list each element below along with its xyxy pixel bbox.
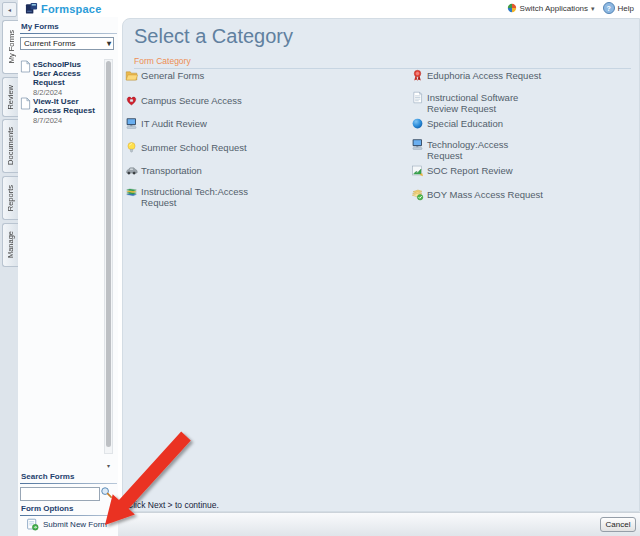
category-campus-secure-access[interactable]: Campus Secure Access [125, 95, 242, 107]
divider [20, 515, 117, 516]
app-logo: Formspace [25, 2, 102, 15]
help-label: Help [618, 4, 634, 13]
search-forms-title: Search Forms [21, 472, 74, 481]
tab-manage[interactable]: Manage [2, 223, 18, 267]
next-hint-text: Click Next > to continue. [127, 500, 219, 510]
heart-lock-icon [125, 94, 138, 107]
footer-bar: Cancel [118, 512, 640, 536]
category-instructional-software-review[interactable]: Instructional Software Review Request [411, 92, 518, 114]
submit-form-icon [26, 518, 39, 531]
help-icon [603, 2, 615, 14]
help-link[interactable]: Help [603, 2, 634, 14]
page-title: Select a Category [134, 25, 293, 48]
my-forms-panel: My Forms Current Forms eSchoolPlus User … [18, 17, 118, 536]
category-eduphoria-access-request[interactable]: Eduphoria Access Request [411, 70, 541, 82]
form-title: View-It User Access Request [33, 97, 97, 115]
category-soc-report-review[interactable]: SOC Report Review [411, 165, 513, 177]
monitor-icon [411, 138, 424, 151]
my-forms-panel-title: My Forms [21, 22, 59, 31]
module-tabstrip: My Forms Review Documents Reports Manage [0, 0, 18, 536]
blue-sphere-icon [411, 117, 424, 130]
search-input[interactable] [20, 487, 100, 501]
lightbulb-icon [125, 141, 138, 154]
tab-my-forms[interactable]: My Forms [2, 20, 19, 74]
document-icon [411, 91, 424, 104]
form-document-icon [20, 60, 31, 97]
category-transportation[interactable]: Transportation [125, 165, 202, 177]
category-instructional-tech-access[interactable]: Instructional Tech:Access Request [125, 186, 248, 208]
form-title: eSchoolPlus User Access Request [33, 60, 97, 87]
switch-applications-icon [507, 3, 517, 13]
category-boy-mass-access-request[interactable]: BOY Mass Access Request [411, 189, 543, 201]
divider [20, 483, 117, 484]
cancel-button[interactable]: Cancel [600, 517, 636, 532]
tab-documents[interactable]: Documents [2, 119, 18, 173]
folder-icon [125, 69, 138, 82]
divider [134, 68, 631, 69]
form-date: 8/2/2024 [33, 88, 97, 97]
folder-check-icon [411, 188, 424, 201]
category-general-forms[interactable]: General Forms [125, 70, 204, 82]
chevron-down-icon [107, 39, 111, 48]
forms-filter-select[interactable]: Current Forms [20, 37, 114, 50]
form-category-label: Form Category [134, 56, 191, 66]
tab-reports[interactable]: Reports [2, 176, 18, 220]
monitor-icon [125, 117, 138, 130]
divider [20, 33, 117, 34]
category-technology-access-request[interactable]: Technology:Access Request [411, 139, 508, 161]
form-options-title: Form Options [21, 504, 73, 513]
chart-icon [411, 164, 424, 177]
scrollbar-thumb[interactable] [106, 61, 111, 447]
tab-review[interactable]: Review [2, 77, 18, 117]
category-panel: Select a Category Form Category General … [122, 18, 640, 512]
submit-new-form-label: Submit New Form [43, 520, 107, 529]
submit-new-form-button[interactable]: Submit New Form [26, 518, 107, 531]
scroll-down-icon[interactable] [105, 462, 112, 469]
formspace-logo-icon [25, 2, 38, 15]
app-title: Formspace [41, 3, 102, 15]
award-ribbon-icon [411, 69, 424, 82]
form-document-icon [20, 97, 31, 125]
category-summer-school-request[interactable]: Summer School Request [125, 142, 247, 154]
search-icon[interactable] [100, 486, 113, 499]
category-special-education[interactable]: Special Education [411, 118, 503, 130]
form-date: 8/7/2024 [33, 116, 97, 125]
books-icon [125, 185, 138, 198]
chevron-down-icon [591, 4, 595, 13]
category-it-audit-review[interactable]: IT Audit Review [125, 118, 207, 130]
form-list-item[interactable]: eSchoolPlus User Access Request 8/2/2024 [20, 60, 102, 97]
car-icon [125, 164, 138, 177]
app-header: Formspace Switch Applications Help [0, 0, 640, 18]
app-window: Formspace Switch Applications Help [0, 0, 640, 536]
form-list-scrollbar[interactable] [104, 59, 113, 454]
form-list-item[interactable]: View-It User Access Request 8/7/2024 [20, 97, 102, 125]
switch-applications-menu[interactable]: Switch Applications [507, 3, 595, 13]
collapse-sidebar-icon[interactable] [2, 2, 17, 17]
switch-applications-label: Switch Applications [520, 4, 588, 13]
forms-filter-value: Current Forms [24, 39, 76, 48]
